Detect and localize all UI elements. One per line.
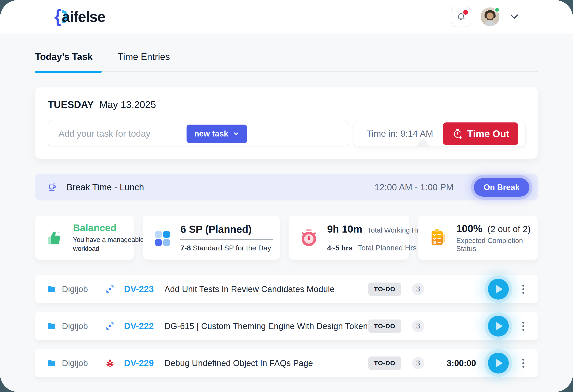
task-row: Digijob DV-229 Debug Undefined Object In… bbox=[35, 349, 538, 377]
completion-card: 100% (2 out of 2) Expected Completion St… bbox=[418, 216, 538, 259]
task-key-link[interactable]: DV-222 bbox=[124, 321, 154, 331]
checklist-clipboard-icon bbox=[428, 227, 448, 248]
task-key-link[interactable]: DV-223 bbox=[124, 284, 154, 294]
day-card: TUESDAY May 13,2025 new task Time in: 9:… bbox=[35, 87, 538, 159]
count-badge: 3 bbox=[412, 357, 424, 369]
alarm-clock-icon bbox=[299, 227, 319, 248]
tab-todays-task[interactable]: Today’s Task bbox=[35, 48, 93, 71]
standard-sp-line: 7-8 Standard SP for the Day bbox=[180, 244, 273, 252]
standard-sp-value: 7-8 bbox=[180, 244, 191, 252]
thumbs-up-icon bbox=[45, 228, 65, 248]
chevron-down-icon bbox=[233, 130, 239, 137]
play-icon bbox=[496, 322, 503, 330]
task-key-link[interactable]: DV-229 bbox=[124, 358, 154, 368]
workload-title: Balanced bbox=[73, 222, 145, 234]
user-avatar[interactable] bbox=[481, 7, 500, 26]
tab-time-entries[interactable]: Time Entries bbox=[118, 48, 170, 71]
app-window: { aifelse bbox=[0, 0, 573, 392]
completion-text: 100% (2 out of 2) Expected Completion St… bbox=[456, 223, 531, 253]
planned-sp-value: 6 SP (Planned) bbox=[180, 223, 273, 235]
break-title: Break Time - Lunch bbox=[67, 182, 144, 192]
status-badge: TO-DO bbox=[368, 320, 401, 333]
task-list: Digijob DV-223 Add Unit Tests In Review … bbox=[35, 275, 538, 377]
task-actions: TO-DO 3 bbox=[368, 279, 538, 300]
task-main: DV-223 Add Unit Tests In Review Candidat… bbox=[90, 284, 368, 294]
task-row: Digijob DV-223 Add Unit Tests In Review … bbox=[35, 275, 538, 303]
working-hours-value: 9h 10m bbox=[327, 223, 362, 235]
status-badge: TO-DO bbox=[368, 357, 401, 370]
start-timer-button[interactable] bbox=[488, 316, 509, 337]
project-cell: Digijob bbox=[35, 358, 90, 368]
top-header: { aifelse bbox=[0, 0, 573, 34]
workload-text: Balanced You have a manageable workload bbox=[73, 222, 145, 253]
project-name: Digijob bbox=[62, 358, 88, 368]
project-name: Digijob bbox=[62, 322, 88, 331]
task-menu-button[interactable] bbox=[521, 320, 526, 332]
story-points-text: 6 SP (Planned) 7-8 Standard SP for the D… bbox=[180, 223, 273, 252]
planned-hours-label: Total Planned Hrs bbox=[358, 244, 416, 252]
start-timer-button[interactable] bbox=[488, 279, 509, 300]
divider bbox=[180, 239, 273, 239]
planned-hours-value: 4~5 hrs bbox=[327, 244, 353, 252]
story-points-icon bbox=[153, 228, 172, 247]
folder-icon bbox=[47, 322, 56, 331]
date-label: May 13,2025 bbox=[99, 99, 156, 110]
brace-icon: { bbox=[54, 7, 61, 25]
tooltip-caret bbox=[416, 138, 430, 147]
task-menu-button[interactable] bbox=[521, 283, 526, 295]
status-badge: TO-DO bbox=[368, 283, 401, 296]
new-task-button[interactable]: new task bbox=[187, 125, 247, 143]
task-timer: 3:00:00 bbox=[428, 358, 476, 368]
task-main: DV-222 DG-615 | Custom Theming Engine Wi… bbox=[90, 321, 368, 331]
stats-row: Balanced You have a manageable workload … bbox=[35, 216, 538, 259]
task-title: DG-615 | Custom Theming Engine With Desi… bbox=[164, 322, 372, 331]
project-cell: Digijob bbox=[35, 322, 90, 331]
start-timer-button[interactable] bbox=[488, 353, 509, 374]
break-time-range: 12:00 AM - 1:00 PM bbox=[375, 182, 453, 192]
task-actions: TO-DO 3 3:00:00 bbox=[368, 353, 538, 374]
coffee-cup-icon bbox=[47, 182, 58, 193]
project-name: Digijob bbox=[62, 284, 88, 294]
workload-description: You have a manageable workload bbox=[73, 235, 145, 253]
stopwatch-plus-icon bbox=[452, 128, 463, 139]
completion-value: 100% bbox=[456, 223, 483, 235]
completion-label: Expected Completion Status bbox=[456, 237, 531, 253]
divider bbox=[327, 239, 423, 239]
chevron-down-icon bbox=[509, 11, 520, 22]
account-menu-toggle[interactable] bbox=[509, 11, 520, 23]
main-content: Today’s Task Time Entries TUESDAY May 13… bbox=[0, 48, 573, 377]
task-row: Digijob DV-222 DG-615 | Custom Theming E… bbox=[35, 312, 538, 340]
brand-logo: { aifelse bbox=[54, 8, 105, 26]
play-icon bbox=[496, 285, 503, 293]
project-cell: Digijob bbox=[35, 284, 90, 294]
notification-badge bbox=[463, 10, 468, 15]
on-break-button[interactable]: On Break bbox=[474, 178, 529, 197]
folder-icon bbox=[47, 284, 56, 294]
date-heading: TUESDAY May 13,2025 bbox=[48, 99, 526, 110]
hours-text: 9h 10m Total Working Hrs 4~5 hrs Total P… bbox=[327, 223, 423, 252]
weekday-label: TUESDAY bbox=[48, 99, 94, 110]
time-out-button[interactable]: Time Out bbox=[443, 122, 518, 145]
count-badge: 3 bbox=[412, 320, 424, 332]
add-task-input[interactable] bbox=[58, 129, 178, 139]
add-task-row: new task Time in: 9:14 AM Ti bbox=[48, 121, 526, 146]
story-type-icon bbox=[105, 322, 115, 331]
task-title: Add Unit Tests In Review Candidates Modu… bbox=[164, 284, 335, 294]
new-task-label: new task bbox=[194, 129, 228, 138]
tab-bar: Today’s Task Time Entries bbox=[35, 48, 538, 72]
count-badge: 3 bbox=[412, 283, 424, 295]
time-in-label: Time in: 9:14 AM bbox=[366, 129, 433, 139]
workload-card: Balanced You have a manageable workload bbox=[35, 216, 134, 259]
time-out-label: Time Out bbox=[467, 128, 509, 139]
hours-card: 9h 10m Total Working Hrs 4~5 hrs Total P… bbox=[289, 216, 409, 259]
task-menu-button[interactable] bbox=[521, 357, 526, 369]
folder-icon bbox=[47, 358, 56, 368]
task-input-box: new task bbox=[48, 121, 349, 146]
break-info: Break Time - Lunch bbox=[47, 182, 144, 193]
bug-type-icon bbox=[105, 358, 115, 368]
completion-detail: (2 out of 2) bbox=[487, 224, 531, 234]
notifications-button[interactable] bbox=[451, 7, 471, 27]
story-type-icon bbox=[105, 284, 115, 294]
play-icon bbox=[496, 359, 503, 367]
task-main: DV-229 Debug Undefined Object In FAQs Pa… bbox=[90, 358, 368, 368]
